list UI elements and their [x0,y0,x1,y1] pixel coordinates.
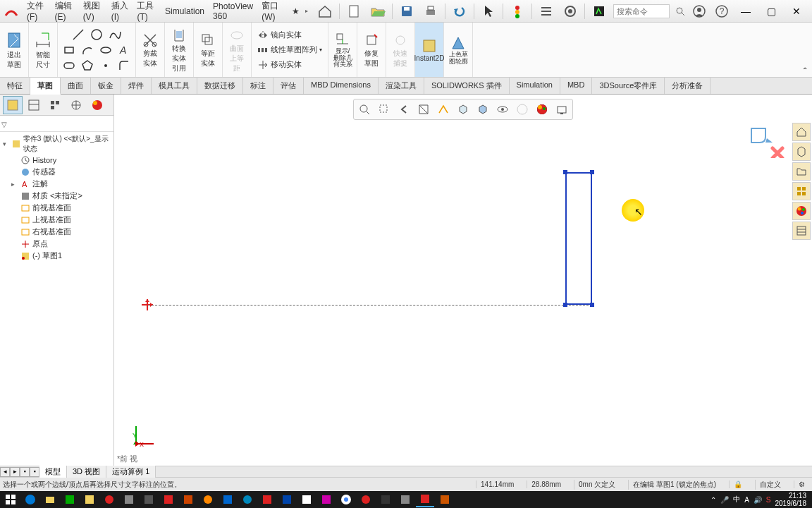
property-manager-tab-icon[interactable] [24,96,44,114]
zoom-fit-icon[interactable] [355,101,374,118]
rebuild-icon[interactable] [506,1,529,21]
menu-tools[interactable]: 工具(T) [133,0,161,25]
tab-evaluate[interactable]: 评估 [273,78,304,94]
taskbar-app-icon[interactable] [376,492,395,507]
sketch-vertex[interactable] [563,170,567,174]
tab-sheetmetal[interactable]: 钣金 [91,78,121,94]
close-button[interactable]: ✕ [784,1,809,21]
macro-icon[interactable] [588,1,610,21]
btab-model[interactable]: 模型 [39,466,67,478]
view-settings-icon[interactable] [553,101,571,118]
tree-history[interactable]: History [1,155,112,166]
tab-simulation[interactable]: Simulation [510,78,560,94]
tree-annotations[interactable]: ▸A注解 [1,178,112,190]
taskbar-app-icon[interactable] [199,492,217,507]
taskbar-app-icon[interactable] [61,492,79,507]
system-tray[interactable]: ⌃ 🎤 中 A 🔊 S 21:13 2019/6/18 [710,492,811,507]
section-view-icon[interactable] [414,101,433,118]
fillet-tool-icon[interactable] [116,58,133,73]
tray-network-icon[interactable]: 🔊 [753,496,762,504]
tab-mbd-dim[interactable]: MBD Dimensions [304,78,379,94]
previous-view-icon[interactable] [395,101,413,118]
tree-front-plane[interactable]: 前视基准面 [1,202,112,214]
feature-tree[interactable]: ▾零件3 (默认) <<默认>_显示状态 History 传感器 ▸A注解 材质… [0,132,113,466]
text-tool-icon[interactable]: A [116,42,133,58]
offset-entities-button[interactable]: 等距实体 [197,30,219,70]
slot-tool-icon[interactable] [61,58,78,73]
display-delete-relations-button[interactable]: 显示/删除几何关系 [331,30,354,71]
tree-filter-icon[interactable]: ▽ [1,121,7,128]
user-icon[interactable] [688,1,710,21]
taskbar-app-icon[interactable] [317,492,336,507]
minimize-button[interactable]: — [733,1,758,21]
tab-datamigration[interactable]: 数据迁移 [197,78,243,94]
hide-show-icon[interactable] [493,101,512,118]
repair-sketch-button[interactable]: 修复草图 [360,30,383,70]
taskbar-app-icon[interactable] [120,492,138,507]
mirror-entities-button[interactable]: 镜向实体 [254,28,304,42]
sketch-vertex[interactable] [563,303,567,307]
tab-addins[interactable]: SOLIDWORKS 插件 [424,78,510,94]
tree-origin[interactable]: 原点 [1,238,112,250]
tree-sensors[interactable]: 传感器 [1,166,112,178]
taskbar-app-icon[interactable] [396,492,414,507]
status-gear-icon[interactable]: ⚙ [794,480,809,488]
spline-tool-icon[interactable] [106,27,123,42]
taskbar-app-icon[interactable] [297,492,316,507]
print-icon[interactable] [419,1,442,21]
graphics-viewport[interactable]: ↖ Y X *前 视 [114,95,812,466]
dimxpert-tab-icon[interactable] [66,96,86,114]
tray-input-icon[interactable]: 🎤 [720,496,729,504]
tab-render[interactable]: 渲染工具 [379,78,424,94]
status-lock-icon[interactable]: 🔒 [729,480,746,488]
ellipse-tool-icon[interactable] [97,42,114,58]
options-list-icon[interactable] [535,1,558,21]
configuration-manager-tab-icon[interactable] [45,96,65,114]
taskbar-app-icon[interactable] [100,492,118,507]
scroll-right-icon[interactable]: ▸ [10,467,20,477]
home-icon[interactable] [314,1,336,21]
circle-tool-icon[interactable] [88,27,105,42]
rectangle-tool-icon[interactable] [61,42,78,58]
undo-icon[interactable] [448,1,471,21]
taskpane-file-explorer-icon[interactable] [792,162,811,181]
dynamic-annotation-icon[interactable] [434,101,453,118]
sketch-vertex[interactable] [590,303,594,307]
tree-top-plane[interactable]: 上视基准面 [1,214,112,226]
menu-edit[interactable]: 编辑(E) [51,0,79,25]
tab-sketch[interactable]: 草图 [30,78,61,95]
taskbar-app-icon[interactable] [238,492,257,507]
taskbar-app-icon[interactable] [219,492,237,507]
taskbar-app-icon[interactable] [436,492,454,507]
taskbar-app-icon[interactable] [140,492,158,507]
tray-keyboard-icon[interactable]: A [744,496,749,504]
scroll-end-icon[interactable]: ▪ [30,467,39,477]
taskbar-app-icon[interactable] [258,492,276,507]
scroll-left-icon[interactable]: ◂ [0,467,10,477]
start-button-icon[interactable] [1,492,20,507]
tab-markup[interactable]: 标注 [243,78,273,94]
menu-window[interactable]: 窗口(W) [257,0,287,25]
sketch-rectangle[interactable] [565,172,592,305]
feature-manager-tab-icon[interactable] [3,96,23,114]
move-entities-button[interactable]: 移动实体 [254,58,304,71]
instant2d-button[interactable]: Instant2D [418,36,441,64]
tray-up-icon[interactable]: ⌃ [710,496,716,504]
search-icon[interactable] [672,1,688,21]
exit-sketch-button[interactable]: 退出草图 [3,29,25,71]
smart-dimension-button[interactable]: 智能尺寸 [32,29,54,71]
edit-appearance-icon[interactable] [513,101,531,118]
tree-right-plane[interactable]: 右视基准面 [1,226,112,238]
centerline[interactable] [148,305,592,306]
select-icon[interactable] [477,1,500,21]
save-icon[interactable] [395,1,418,21]
open-icon[interactable] [367,1,389,21]
view-orientation-icon[interactable] [454,101,472,118]
tab-3dsource[interactable]: 3DSource零件库 [592,78,665,94]
menu-simulation[interactable]: Simulation [161,4,209,19]
taskbar-edge-icon[interactable] [21,492,39,507]
menu-insert[interactable]: 插入(I) [107,0,133,25]
settings-gear-icon[interactable] [559,1,582,21]
taskbar-app-icon[interactable] [159,492,178,507]
display-manager-tab-icon[interactable] [87,96,107,114]
